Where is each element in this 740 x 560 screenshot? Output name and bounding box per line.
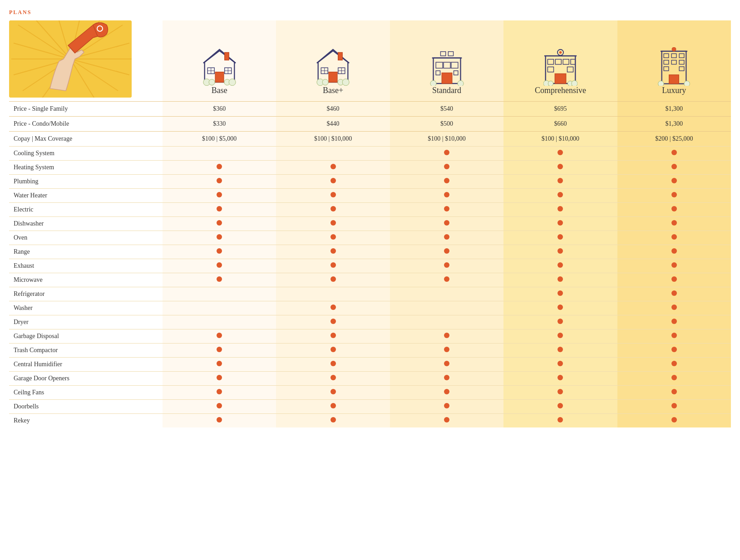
feature-cell [390,217,503,231]
svg-rect-51 [454,71,458,75]
check-dot [217,262,222,268]
feature-cell [276,259,390,273]
feature-cell [163,189,276,203]
feature-cell [617,259,731,273]
check-dot [671,150,677,155]
feature-cell [617,287,731,301]
check-dot [217,220,222,226]
feature-cell [163,358,276,372]
check-dot [671,178,677,183]
check-dot [331,262,336,268]
check-dot [444,206,449,211]
plan-name-comprehensive: Comprehensive [535,86,586,95]
svg-rect-48 [444,62,450,68]
svg-point-30 [229,79,236,86]
feature-cell [503,161,617,175]
check-dot [444,333,449,338]
feature-row: Water Heater [9,189,731,203]
plan-header-luxury[interactable]: Luxury [617,20,731,102]
feature-cell [503,414,617,428]
feature-label: Trash Compactor [9,344,163,358]
feature-cell [390,287,503,301]
feature-cell [503,315,617,329]
svg-rect-61 [548,59,553,64]
feature-cell [617,273,731,287]
check-dot [671,248,677,254]
check-dot [557,206,563,211]
svg-rect-76 [671,54,676,58]
price-condo-comprehensive: $660 [503,117,617,132]
check-dot [557,220,563,226]
feature-cell [276,344,390,358]
feature-row: Cooling System [9,147,731,161]
feature-cell [163,287,276,301]
feature-row: Rekey [9,414,731,428]
feature-cell [617,301,731,315]
svg-point-54 [430,80,436,86]
check-dot [557,262,563,268]
check-dot [217,417,222,422]
check-dot [331,403,336,408]
check-dot [331,164,336,169]
svg-point-28 [209,79,215,85]
feature-cell [390,301,503,315]
feature-row: Electric [9,203,731,217]
copay-comprehensive: $100 | $10,000 [503,132,617,147]
check-dot [331,234,336,240]
feature-cell [390,245,503,259]
check-dot [444,248,449,254]
check-dot [557,361,563,366]
feature-cell [390,329,503,344]
feature-cell [163,273,276,287]
feature-cell [503,386,617,400]
check-dot [331,347,336,352]
svg-rect-65 [567,67,573,72]
feature-cell [503,273,617,287]
feature-cell [276,203,390,217]
feature-cell [503,301,617,315]
plan-header-comprehensive[interactable]: Comprehensive [503,20,617,102]
check-dot [331,192,336,197]
check-dot [557,403,563,408]
check-dot [217,192,222,197]
price-single-family-comprehensive: $695 [503,102,617,117]
check-dot [217,234,222,240]
feature-cell [163,147,276,161]
header-row: Base [9,20,731,102]
plan-header-standard[interactable]: Standard [390,20,503,102]
check-dot [557,417,563,422]
svg-rect-81 [664,67,669,71]
feature-row: Oven [9,231,731,245]
feature-cell [276,273,390,287]
feature-cell [276,358,390,372]
svg-point-43 [342,79,349,86]
plan-header-baseplus[interactable]: Base+ [276,20,390,102]
check-dot [331,276,336,282]
check-dot [331,178,336,183]
feature-cell [617,231,731,245]
svg-point-73 [672,47,676,51]
svg-rect-39 [338,53,342,60]
feature-cell [276,147,390,161]
feature-cell [276,287,390,301]
svg-rect-77 [679,54,684,58]
price-single-family-baseplus: $460 [276,102,390,117]
feature-cell [503,203,617,217]
price-single-family-label: Price - Single Family [9,102,163,117]
svg-rect-60 [555,74,566,84]
table-body: Price - Single Family $360 $460 $540 $69… [9,102,731,428]
feature-cell [163,414,276,428]
svg-point-83 [658,81,664,86]
check-dot [217,178,222,183]
check-dot [671,417,677,422]
feature-row: Ceilng Fans [9,386,731,400]
check-dot [557,333,563,338]
check-dot [557,192,563,197]
feature-cell [617,161,731,175]
feature-row: Range [9,245,731,259]
feature-cell [503,147,617,161]
check-dot [331,248,336,254]
plan-header-base[interactable]: Base [163,20,276,102]
price-condo-luxury: $1,300 [617,117,731,132]
feature-cell [276,231,390,245]
